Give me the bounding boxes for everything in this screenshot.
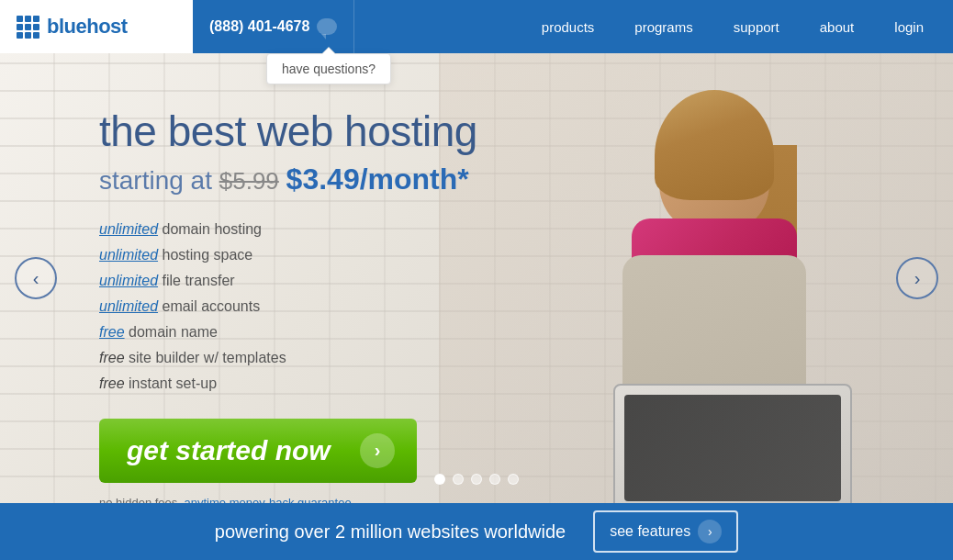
feature-site-builder-text: site builder w/ templates	[129, 350, 286, 365]
feature-hosting-space-text: hosting space	[162, 247, 252, 263]
feature-email-accounts: unlimited email accounts	[99, 294, 477, 319]
feature-file-transfer-text: file transfer	[162, 273, 234, 288]
nav-link-about[interactable]: about	[800, 0, 875, 53]
phone-number: (888) 401-4678	[209, 18, 309, 35]
hero-content: the best web hosting starting at $5.99 $…	[99, 108, 477, 503]
feature-domain-name: free domain name	[99, 319, 477, 345]
cta-arrow-icon: ›	[360, 433, 395, 468]
carousel-dot-5[interactable]	[508, 474, 519, 485]
nav-link-support[interactable]: support	[713, 0, 800, 53]
cta-button-label: get started now	[127, 435, 331, 466]
chat-bubble-icon[interactable]	[317, 18, 337, 35]
nav-link-login[interactable]: login	[874, 0, 944, 53]
feature-domain-hosting-text: domain hosting	[162, 221, 262, 237]
feature-free-2: free	[99, 350, 125, 365]
feature-instant-setup: free instant set-up	[99, 371, 477, 397]
feature-unlimited-2: unlimited	[99, 247, 158, 263]
carousel-prev-button[interactable]: ‹	[15, 257, 57, 299]
hero-section: ‹ › the best web hosting starting at $5.…	[0, 53, 953, 503]
price-old: $5.99	[219, 167, 279, 195]
hero-title: the best web hosting	[99, 108, 477, 155]
subtitle-prefix: starting at	[99, 166, 212, 195]
hero-subtitle: starting at $5.99 $3.49/month*	[99, 162, 477, 196]
questions-text: have questions?	[282, 62, 376, 76]
feature-file-transfer: unlimited file transfer	[99, 268, 477, 294]
get-started-button[interactable]: get started now ›	[99, 419, 417, 483]
person-laptop-screen	[624, 395, 841, 501]
feature-hosting-space: unlimited hosting space	[99, 242, 477, 268]
feature-free-3: free	[99, 375, 125, 391]
feature-unlimited-1: unlimited	[99, 221, 158, 237]
see-features-button[interactable]: see features ›	[593, 510, 738, 553]
logo-grid-icon	[17, 16, 39, 39]
logo-area: bluehost	[0, 15, 193, 39]
nav-link-products[interactable]: products	[521, 0, 615, 53]
guarantee-text: no hidden fees, anytime money-back guara…	[99, 496, 477, 503]
bottom-bar: powering over 2 million websites worldwi…	[0, 503, 953, 560]
carousel-next-button[interactable]: ›	[896, 257, 938, 299]
feature-free-1: free	[99, 324, 125, 340]
feature-domain-name-text: domain name	[129, 324, 218, 340]
questions-dropdown: have questions?	[266, 53, 391, 84]
feature-unlimited-4: unlimited	[99, 298, 158, 314]
nav-link-programs[interactable]: programs	[614, 0, 712, 53]
hero-person-area	[439, 53, 953, 503]
bottom-bar-text: powering over 2 million websites worldwi…	[215, 521, 566, 543]
carousel-dot-4[interactable]	[489, 474, 500, 485]
person-hair	[655, 90, 774, 200]
feature-domain-hosting: unlimited domain hosting	[99, 217, 477, 242]
see-features-arrow-icon: ›	[698, 520, 722, 543]
price-new: $3.49/month*	[286, 162, 469, 196]
person-laptop	[613, 384, 852, 503]
feature-site-builder: free site builder w/ templates	[99, 345, 477, 371]
feature-instant-setup-text: instant set-up	[129, 375, 217, 391]
person-shape	[476, 72, 916, 494]
features-list: unlimited domain hosting unlimited hosti…	[99, 217, 477, 397]
feature-unlimited-3: unlimited	[99, 273, 158, 288]
nav-links: products programs support about login	[354, 0, 953, 53]
nav-blue-bar: (888) 401-4678 products programs support…	[193, 0, 953, 53]
logo-text: bluehost	[47, 15, 128, 39]
phone-area[interactable]: (888) 401-4678	[193, 0, 354, 53]
see-features-label: see features	[610, 523, 690, 540]
guarantee-prefix: no hidden fees,	[99, 496, 181, 503]
feature-email-text: email accounts	[162, 298, 260, 314]
navbar: bluehost (888) 401-4678 products program…	[0, 0, 953, 53]
guarantee-link[interactable]: anytime money-back guarantee	[185, 496, 352, 503]
